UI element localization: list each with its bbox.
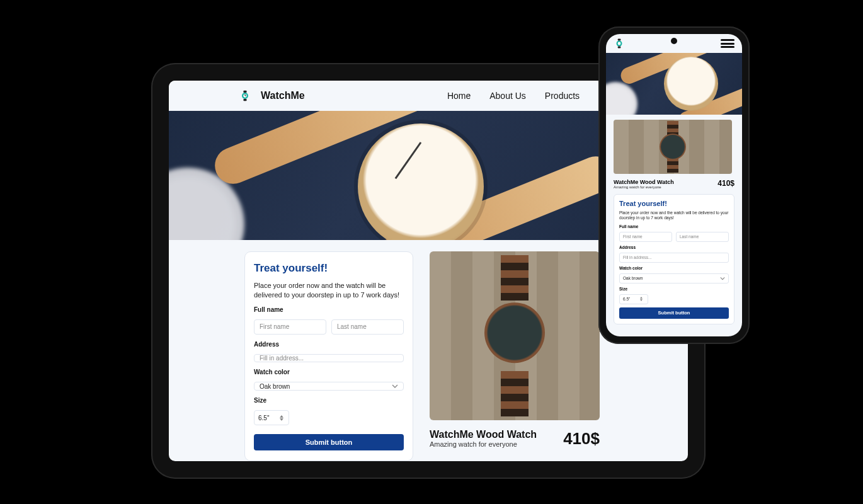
watch-color-value: Oak brown <box>260 383 290 390</box>
hamburger-menu-icon[interactable] <box>721 39 734 48</box>
phone-full-name-label: Full name <box>619 224 729 229</box>
svg-rect-2 <box>244 99 247 101</box>
watch-color-label: Watch color <box>254 369 404 375</box>
first-name-input[interactable]: First name <box>254 319 326 335</box>
phone-watch-color-label: Watch color <box>619 266 729 270</box>
phone-size-value: 6.5" <box>623 297 630 301</box>
phone-product-image <box>614 120 732 174</box>
product-subtitle: Amazing watch for everyone <box>430 440 537 448</box>
brand-name: WatchMe <box>261 90 305 101</box>
size-label: Size <box>254 397 404 404</box>
submit-button[interactable]: Submit button <box>254 434 404 450</box>
phone-product-title: WatchMe Wood Watch <box>614 179 674 185</box>
chevron-down-icon <box>392 383 398 389</box>
phone-order-form-card: Treat yourself! Place your order now and… <box>614 194 734 324</box>
phone-size-label: Size <box>619 287 729 291</box>
phone-address-label: Address <box>619 245 729 249</box>
address-label: Address <box>254 341 404 348</box>
svg-rect-6 <box>618 47 621 49</box>
product-title: WatchMe Wood Watch <box>430 429 537 440</box>
phone-first-name-input[interactable]: First name <box>619 232 672 242</box>
primary-nav: Home About Us Products Co… <box>447 91 619 101</box>
stepper-arrows-icon <box>640 297 644 301</box>
last-name-input[interactable]: Last name <box>331 319 404 335</box>
phone-camera-icon <box>671 38 677 44</box>
watch-color-select[interactable]: Oak brown <box>254 382 404 391</box>
phone-product-price: 410$ <box>717 179 734 188</box>
nav-home[interactable]: Home <box>447 91 471 101</box>
phone-size-stepper[interactable]: 6.5" <box>619 294 648 304</box>
size-stepper[interactable]: 6.5" <box>254 410 289 425</box>
phone-last-name-input[interactable]: Last name <box>676 232 729 242</box>
nav-products[interactable]: Products <box>545 91 580 101</box>
chevron-down-icon <box>720 276 725 281</box>
nav-about[interactable]: About Us <box>489 91 526 101</box>
stepper-arrows-icon <box>280 415 285 421</box>
product-panel: WatchMe Wood Watch Amazing watch for eve… <box>430 251 612 461</box>
size-value: 6.5" <box>258 415 269 421</box>
full-name-label: Full name <box>254 306 404 313</box>
phone-screen: WatchMe Wood Watch Amazing watch for eve… <box>606 34 742 336</box>
svg-rect-5 <box>618 39 621 41</box>
phone-product-subtitle: Amazing watch for everyone <box>614 185 674 189</box>
phone-watch-color-value: Oak brown <box>623 276 643 280</box>
form-title: Treat yourself! <box>254 262 404 275</box>
phone-form-title: Treat yourself! <box>619 200 729 207</box>
order-form-card: Treat yourself! Place your order now and… <box>244 251 413 461</box>
product-price: 410$ <box>563 429 600 449</box>
phone-device-frame: WatchMe Wood Watch Amazing watch for eve… <box>598 26 750 344</box>
phone-hero-image <box>606 53 742 115</box>
form-description: Place your order now and the watch will … <box>254 281 404 300</box>
watch-logo-icon <box>238 89 252 103</box>
phone-main: WatchMe Wood Watch Amazing watch for eve… <box>606 115 742 336</box>
phone-watch-color-select[interactable]: Oak brown <box>619 273 729 284</box>
svg-rect-1 <box>244 91 247 93</box>
watch-logo-icon <box>614 38 625 49</box>
product-image <box>430 251 600 420</box>
phone-submit-button[interactable]: Submit button <box>619 307 729 319</box>
phone-form-description: Place your order now and the watch will … <box>619 210 729 221</box>
phone-address-input[interactable]: Fill in address... <box>619 253 729 263</box>
address-input[interactable]: Fill in address... <box>254 354 404 363</box>
svg-point-7 <box>618 42 621 45</box>
